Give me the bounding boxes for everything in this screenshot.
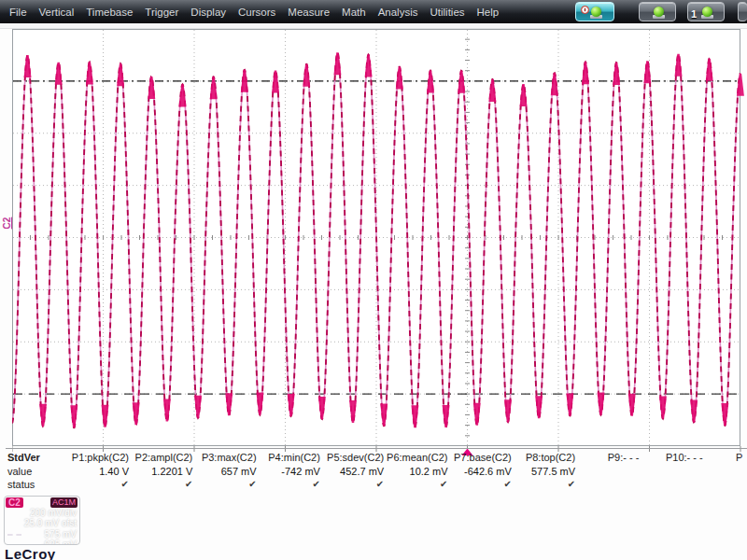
lecroy-logo: LeCroy — [5, 546, 56, 560]
cursor-bottom-line-icon — [7, 544, 21, 545]
param-value-p4: -742 mV — [257, 466, 320, 477]
row-label-value: value — [7, 466, 32, 477]
oscilloscope-screen: FileVerticalTimebaseTriggerDisplayCursor… — [0, 0, 747, 560]
table-divider — [6, 448, 747, 449]
channel-c2-offset-marker[interactable]: C2 — [2, 213, 13, 233]
menu-item-help[interactable]: Help — [477, 7, 500, 18]
param-status-p3: ✔ — [193, 479, 257, 489]
cursor-top-value: 575 mV — [45, 529, 77, 539]
channel-id-badge: C2 — [6, 497, 23, 508]
menu-item-display[interactable]: Display — [190, 7, 226, 18]
param-status-p1: ✔ — [65, 479, 129, 489]
param-header-partial: P — [736, 452, 747, 463]
waveform-display-area[interactable] — [12, 29, 740, 446]
row-label-status: status — [7, 479, 35, 490]
menu-bar: FileVerticalTimebaseTriggerDisplayCursor… — [0, 0, 747, 23]
alarm-clock-icon — [581, 6, 589, 14]
menu-item-measure[interactable]: Measure — [288, 7, 330, 18]
param-status-p6: ✔ — [385, 479, 448, 489]
param-header-p7[interactable]: P7:base(C2) — [448, 452, 512, 463]
param-value-p1: 1.40 V — [65, 466, 129, 477]
display-scope-1-button[interactable]: 1 — [687, 2, 725, 21]
param-header-p6[interactable]: P6:mean(C2) — [385, 452, 448, 463]
green-status-orb-icon — [591, 7, 601, 17]
menu-item-vertical[interactable]: Vertical — [39, 7, 75, 18]
partial-button[interactable] — [738, 2, 747, 21]
param-value-p2: 1.2201 V — [129, 466, 192, 477]
param-header-p1[interactable]: P1:pkpk(C2) — [65, 452, 129, 463]
green-status-orb-icon — [702, 7, 712, 17]
param-status-p5: ✔ — [320, 479, 384, 489]
menu-item-utilities[interactable]: Utilities — [430, 7, 464, 18]
button-badge: 1 — [691, 8, 697, 20]
row-label-stdver: StdVer — [7, 452, 40, 463]
param-header-p4[interactable]: P4:min(C2) — [257, 452, 320, 463]
auxiliary-capture-button[interactable] — [575, 2, 614, 21]
menu-item-trigger[interactable]: Trigger — [145, 7, 178, 18]
param-header-p10[interactable]: P10:- - - — [640, 452, 703, 463]
param-value-p5: 452.7 mV — [320, 466, 384, 477]
channel-coupling-badge: AC1M — [50, 497, 78, 508]
display-scope-button[interactable] — [639, 2, 676, 21]
channel-descriptor-c2[interactable]: C2 AC1M 200 mV/div 25.0 mV ofst 575 mV -… — [4, 496, 80, 545]
cursor-bottom-value: -625 mV — [41, 539, 77, 545]
param-status-p4: ✔ — [257, 479, 320, 489]
cursor-top-line-icon — [7, 534, 21, 536]
menu-item-file[interactable]: File — [9, 7, 27, 18]
param-header-p2[interactable]: P2:ampl(C2) — [129, 452, 192, 463]
param-header-p8[interactable]: P8:top(C2) — [512, 452, 575, 463]
param-status-p7: ✔ — [448, 479, 512, 489]
menu-item-cursors[interactable]: Cursors — [238, 7, 275, 18]
param-status-p2: ✔ — [129, 479, 192, 489]
menu-item-math[interactable]: Math — [342, 7, 366, 18]
menu-item-analysis[interactable]: Analysis — [378, 7, 418, 18]
param-status-p8: ✔ — [512, 479, 575, 489]
green-status-orb-icon — [654, 7, 664, 17]
param-header-p5[interactable]: P5:sdev(C2) — [320, 452, 384, 463]
param-value-p8: 577.5 mV — [512, 466, 575, 477]
channel-scale: 200 mV/div — [30, 508, 77, 518]
param-header-p3[interactable]: P3:max(C2) — [193, 452, 257, 463]
param-value-p6: 10.2 mV — [385, 466, 448, 477]
menu-item-timebase[interactable]: Timebase — [86, 7, 133, 18]
channel-offset: 25.0 mV ofst — [24, 518, 77, 528]
clock-hand — [585, 8, 585, 11]
param-value-p3: 657 mV — [193, 466, 257, 477]
param-value-p7: -642.6 mV — [448, 466, 512, 477]
param-header-p9[interactable]: P9:- - - — [575, 452, 639, 463]
